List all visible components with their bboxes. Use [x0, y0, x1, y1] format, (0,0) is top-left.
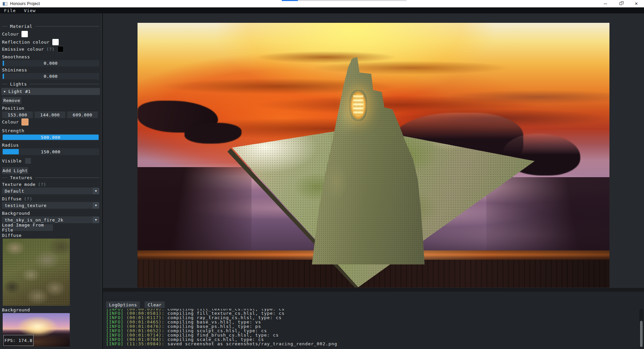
diffuse-help-hint: (?) — [24, 196, 32, 201]
diffuse-label-text: Diffuse — [2, 196, 21, 201]
shininess-label: Shininess — [2, 67, 27, 72]
titlebar: Honours Project ✕ — [0, 0, 644, 7]
position-z-value: 609.000 — [73, 112, 92, 117]
position-x-value: 153.000 — [8, 112, 27, 117]
restore-icon — [620, 2, 622, 5]
radius-label-text: Radius — [2, 143, 19, 148]
light1-header-label: Light #1 — [8, 89, 31, 94]
top-progress-fill — [282, 0, 298, 1]
load-image-label: Load Image From File — [2, 222, 53, 233]
clear-log-button[interactable]: Clear — [145, 301, 165, 308]
reflection-colour-label: Reflection colour — [2, 40, 50, 45]
emissive-colour-swatch[interactable] — [57, 46, 64, 52]
smoothness-label-text: Smoothness — [2, 54, 30, 59]
lights-section-header: Lights — [2, 82, 99, 87]
light-colour-row: Colour — [2, 118, 29, 126]
texture-mode-label: Texture mode (?) — [2, 182, 46, 187]
strength-label-text: Strength — [2, 128, 24, 133]
render-light-glow — [350, 90, 367, 121]
render-glow-voxels — [353, 95, 363, 115]
position-label: Position — [2, 106, 24, 111]
material-editor-panel: Material Colour Reflection colour Emissi… — [0, 14, 101, 349]
material-editor-body: Material Colour Reflection colour Emissi… — [0, 14, 101, 349]
colour-label: Colour — [2, 32, 19, 37]
window-controls: ✕ — [598, 0, 644, 7]
position-y-value: 144.000 — [40, 112, 60, 117]
position-x-field[interactable]: 153.000 — [2, 111, 33, 118]
menu-file[interactable]: File — [0, 8, 20, 13]
menu-view[interactable]: View — [20, 8, 40, 13]
collapse-arrow-icon: ▼ — [4, 90, 6, 93]
strength-slider[interactable]: 500.000 — [2, 134, 99, 141]
texture-mode-label-text: Texture mode — [2, 182, 36, 187]
diffuse-dropdown-icon: ▼ — [93, 202, 99, 209]
app-icon — [3, 2, 7, 6]
diffuse-preview-label-text: Diffuse — [2, 233, 21, 238]
strength-value: 500.000 — [41, 135, 60, 140]
diffuse-label: Diffuse (?) — [2, 196, 32, 201]
textures-section-title: Textures — [10, 175, 33, 180]
diffuse-combo[interactable]: testing_texture ▼ — [2, 202, 99, 209]
radius-slider[interactable]: 150.000 — [2, 148, 99, 155]
horizontal-splitter[interactable] — [103, 288, 644, 292]
diffuse-preview-label: Diffuse — [2, 233, 21, 238]
radius-slider-grab — [3, 149, 19, 154]
background-combo[interactable]: the_sky_is_on_fire_2k ▼ — [2, 216, 99, 223]
position-z-field[interactable]: 609.000 — [67, 111, 98, 118]
reflection-colour-swatch[interactable] — [52, 39, 59, 45]
remove-light-button[interactable]: Remove — [2, 97, 21, 104]
logger-scrollbar-thumb[interactable] — [640, 321, 643, 347]
add-light-button[interactable]: Add Light — [2, 167, 28, 174]
log-message: saved screenshot as screenshots/ray_trac… — [167, 341, 337, 346]
colour-swatch[interactable] — [21, 31, 28, 37]
background-dropdown-icon: ▼ — [93, 216, 99, 223]
app-window: Honours Project ✕ File View Brush Edit… … — [0, 0, 644, 349]
diffuse-texture-preview — [3, 239, 70, 306]
textures-section-header: Textures — [2, 175, 99, 180]
close-button[interactable]: ✕ — [629, 0, 644, 7]
light-colour-label: Colour — [2, 119, 19, 124]
log-level: [INFO] — [106, 341, 123, 346]
radius-label: Radius — [2, 143, 19, 148]
minimize-icon — [604, 4, 607, 4]
texture-mode-help-hint: (?) — [38, 182, 46, 187]
smoothness-value: 0.000 — [44, 61, 58, 66]
log-output: [INFO] (00:00:0570): compiling fill_text… — [106, 309, 637, 348]
position-y-field[interactable]: 144.000 — [35, 111, 65, 118]
logger-scrollbar[interactable] — [639, 309, 643, 348]
restore-button[interactable] — [613, 0, 629, 7]
render-rock-left-2 — [184, 123, 241, 144]
remove-light-label: Remove — [3, 98, 20, 103]
shininess-value: 0.000 — [44, 74, 58, 79]
background-preview-label-text: Background — [2, 307, 30, 312]
light-colour-swatch[interactable] — [21, 118, 29, 126]
texture-mode-combo[interactable]: Default ▼ — [2, 188, 99, 194]
visible-checkbox[interactable] — [25, 158, 31, 164]
load-image-button[interactable]: Load Image From File — [2, 224, 53, 231]
background-preview-label: Background — [2, 307, 30, 312]
smoothness-label: Smoothness — [2, 54, 30, 59]
logger-toolbar: LogOptions Clear — [106, 301, 165, 308]
log-line: [INFO] (11:35:0984): saved screenshot as… — [106, 342, 637, 346]
texture-mode-value: Default — [5, 189, 24, 194]
strength-label: Strength — [2, 128, 24, 133]
diffuse-value: testing_texture — [5, 203, 47, 208]
minimize-button[interactable] — [598, 0, 613, 7]
smoothness-slider[interactable]: 0.000 — [2, 60, 99, 66]
shininess-slider[interactable]: 0.000 — [2, 73, 99, 80]
fps-overlay: FPS: 174.8 — [3, 335, 34, 346]
emissive-help-hint: (?) — [46, 47, 55, 52]
clear-log-label: Clear — [148, 302, 162, 307]
render-viewport — [103, 14, 644, 288]
log-time: (11:35:0984): — [126, 341, 164, 346]
top-progress-bar — [282, 0, 407, 1]
fps-value: FPS: 174.8 — [4, 338, 32, 343]
visible-label: Visible — [2, 158, 21, 163]
background-label: Background — [2, 211, 30, 216]
logger-panel: LogOptions Clear [INFO] (00:00:0570): co… — [103, 292, 644, 349]
lights-section-title: Lights — [10, 82, 27, 87]
light1-collapsing-header[interactable]: ▼ Light #1 — [1, 88, 100, 95]
radius-value: 150.000 — [41, 149, 60, 154]
emissive-colour-label: Emissive colour — [2, 47, 44, 52]
log-options-button[interactable]: LogOptions — [106, 301, 140, 308]
